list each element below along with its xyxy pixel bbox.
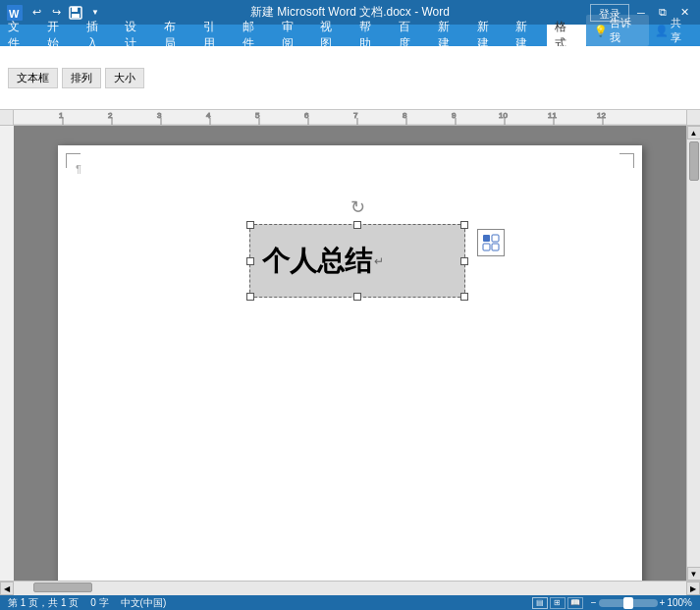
scrollbar-right[interactable]: ▲ ▼ — [686, 126, 700, 581]
tab-view[interactable]: 视图 — [312, 25, 351, 46]
zoom-thumb[interactable] — [623, 597, 633, 609]
svg-text:4: 4 — [206, 111, 211, 120]
status-bar-right: ▤ ⊞ 📖 − + 100% — [532, 597, 692, 609]
zoom-slider[interactable] — [599, 599, 658, 607]
lightbulb-icon: 💡 — [594, 25, 608, 37]
svg-rect-31 — [0, 126, 14, 581]
ruler-area: 1 2 3 4 5 6 7 8 9 10 11 12 — [0, 110, 700, 126]
tab-new1[interactable]: 新建 — [430, 25, 469, 46]
format-btn-2[interactable]: 排列 — [62, 68, 101, 88]
scroll-up-button[interactable]: ▲ — [687, 126, 701, 139]
tab-references[interactable]: 引用 — [195, 25, 235, 46]
paragraph-mark: ¶ — [76, 163, 81, 175]
handle-top-left[interactable] — [246, 221, 254, 229]
tab-layout[interactable]: 布局 — [156, 25, 195, 46]
handle-middle-left[interactable] — [246, 257, 254, 265]
svg-rect-5 — [14, 110, 686, 125]
textbox[interactable]: 个人总结 ↵ — [249, 224, 465, 298]
format-btn-1[interactable]: 文本框 — [8, 68, 58, 88]
page-info: 第 1 页，共 1 页 — [8, 596, 79, 610]
svg-rect-32 — [483, 235, 490, 242]
svg-rect-34 — [483, 244, 490, 250]
svg-text:7: 7 — [353, 111, 358, 120]
handle-top-right[interactable] — [460, 221, 468, 229]
zoom-in-button[interactable]: + — [660, 597, 666, 608]
scroll-left-button[interactable]: ◀ — [0, 582, 14, 595]
handle-bottom-left[interactable] — [246, 293, 254, 301]
textbox-container[interactable]: ↻ 个人总结 ↵ — [249, 224, 465, 298]
ribbon-content: 文本框 排列 大小 — [0, 46, 700, 110]
document-canvas[interactable]: ¶ ↻ 个人总 — [14, 126, 686, 581]
tab-file[interactable]: 文件 — [0, 25, 39, 46]
web-layout-button[interactable]: ⊞ — [550, 597, 565, 609]
tab-help[interactable]: 帮助 — [351, 25, 391, 46]
svg-text:6: 6 — [304, 111, 309, 120]
scroll-right-button[interactable]: ▶ — [686, 582, 700, 595]
tell-me-box[interactable]: 💡 告诉我 — [586, 15, 649, 46]
format-btn-3[interactable]: 大小 — [105, 68, 144, 88]
ruler-corner — [0, 110, 14, 125]
svg-rect-33 — [492, 235, 499, 242]
layout-options-button[interactable] — [477, 229, 505, 256]
document-page: ¶ ↻ 个人总 — [58, 145, 642, 581]
handle-bottom-right[interactable] — [460, 293, 468, 301]
svg-text:2: 2 — [108, 111, 113, 120]
svg-text:10: 10 — [499, 111, 508, 120]
zoom-level: 100% — [667, 597, 692, 608]
svg-text:1: 1 — [59, 111, 64, 120]
tab-format[interactable]: 格式 — [547, 25, 586, 46]
tab-mailings[interactable]: 邮件 — [235, 25, 274, 46]
scroll-down-button[interactable]: ▼ — [687, 567, 701, 581]
ruler-vertical — [0, 126, 14, 581]
tab-insert[interactable]: 插入 — [79, 25, 118, 46]
word-count: 0 字 — [90, 596, 108, 610]
scrollbar-bottom[interactable]: ◀ ▶ — [0, 581, 700, 595]
language: 中文(中国) — [121, 596, 167, 610]
person-icon: 👤 — [655, 25, 669, 37]
enter-mark: ↵ — [374, 254, 384, 268]
zoom-controls: − + 100% — [591, 597, 692, 608]
tab-home[interactable]: 开始 — [39, 25, 79, 46]
svg-text:5: 5 — [255, 111, 260, 120]
svg-text:9: 9 — [452, 111, 457, 120]
scroll-track-bottom[interactable] — [14, 582, 686, 595]
tab-baidu[interactable]: 百度 — [391, 25, 430, 46]
tell-me-label: 告诉我 — [610, 16, 641, 45]
bottom-area: ◀ ▶ 第 1 页，共 1 页 0 字 中文(中国) ▤ ⊞ 📖 − — [0, 581, 700, 610]
svg-text:3: 3 — [157, 111, 162, 120]
status-bar: 第 1 页，共 1 页 0 字 中文(中国) ▤ ⊞ 📖 − + 100% — [0, 595, 700, 610]
handle-top-middle[interactable] — [353, 221, 361, 229]
svg-text:11: 11 — [548, 111, 557, 120]
svg-rect-35 — [492, 244, 499, 250]
scroll-thumb-right[interactable] — [689, 141, 699, 181]
scroll-track-right[interactable] — [687, 139, 700, 567]
share-button[interactable]: 👤 共享 — [655, 16, 692, 45]
share-label: 共享 — [671, 16, 692, 45]
svg-text:W: W — [9, 8, 20, 20]
view-buttons: ▤ ⊞ 📖 — [532, 597, 583, 609]
tab-review[interactable]: 审阅 — [274, 25, 313, 46]
page-corner-tr — [619, 153, 634, 168]
tab-new3[interactable]: 新建 — [508, 25, 547, 46]
handle-bottom-middle[interactable] — [353, 293, 361, 301]
handle-middle-right[interactable] — [460, 257, 468, 265]
tab-design[interactable]: 设计 — [117, 25, 156, 46]
textbox-text: 个人总结 — [262, 243, 372, 280]
ruler-horizontal: 1 2 3 4 5 6 7 8 9 10 11 12 — [14, 110, 686, 125]
svg-rect-4 — [72, 14, 80, 18]
zoom-out-button[interactable]: − — [591, 597, 597, 608]
doc-area-wrapper: ¶ ↻ 个人总 — [0, 126, 700, 581]
svg-text:8: 8 — [403, 111, 407, 120]
ruler-right-end — [686, 110, 700, 125]
print-layout-button[interactable]: ▤ — [532, 597, 548, 609]
ribbon-tabs: 文件 开始 插入 设计 布局 引用 邮件 审阅 视图 帮助 百度 新建 新建 新… — [0, 25, 700, 46]
scroll-thumb-bottom[interactable] — [33, 582, 92, 592]
rotate-handle[interactable]: ↻ — [350, 196, 365, 218]
title-bar-title: 新建 Microsoft Word 文档.docx - Word — [250, 4, 450, 21]
read-mode-button[interactable]: 📖 — [567, 597, 583, 609]
svg-text:12: 12 — [597, 111, 606, 120]
svg-rect-3 — [72, 7, 78, 12]
tab-new2[interactable]: 新建 — [469, 25, 509, 46]
